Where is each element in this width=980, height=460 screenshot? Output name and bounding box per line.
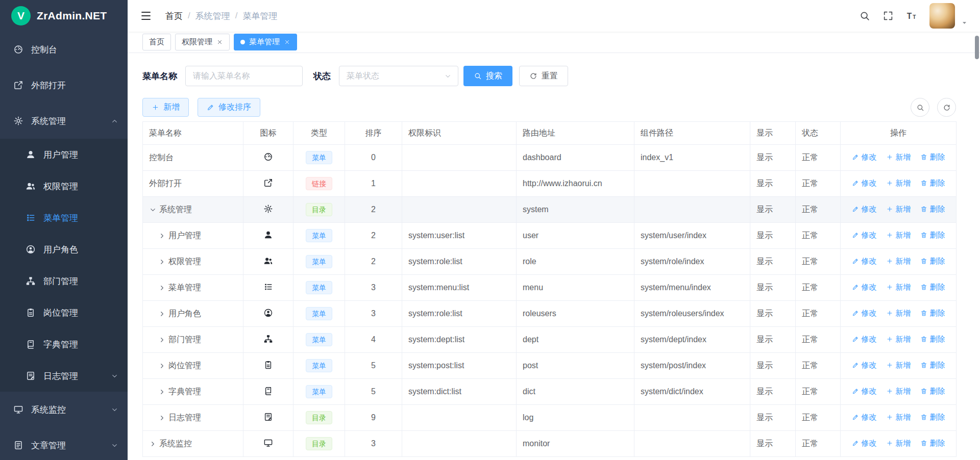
close-icon[interactable] — [216, 39, 223, 45]
add-link[interactable]: 新增 — [886, 413, 911, 422]
delete-link[interactable]: 删除 — [920, 152, 945, 162]
chevron-right-icon[interactable] — [149, 440, 157, 448]
chevron-right-icon[interactable] — [158, 232, 166, 240]
sidebar-item-article[interactable]: 文章管理 — [0, 427, 128, 460]
sidebar-item-log[interactable]: 日志管理 — [0, 360, 128, 392]
sidebar-item-dict[interactable]: 字典管理 — [0, 328, 128, 360]
delete-link[interactable]: 删除 — [920, 413, 945, 422]
delete-link[interactable]: 删除 — [920, 439, 945, 448]
sort-button[interactable]: 修改排序 — [198, 98, 260, 117]
sidebar-item-post[interactable]: 岗位管理 — [0, 297, 128, 328]
add-link[interactable]: 新增 — [886, 257, 911, 266]
search-icon[interactable] — [859, 10, 870, 21]
add-link[interactable]: 新增 — [886, 231, 911, 240]
edit-link[interactable]: 修改 — [852, 335, 877, 344]
sidebar-item-monitor[interactable]: 系统监控 — [0, 392, 128, 427]
chevron-right-icon[interactable] — [158, 310, 166, 318]
add-link[interactable]: 新增 — [886, 361, 911, 370]
tab-label: 权限管理 — [182, 37, 212, 47]
breadcrumb-item[interactable]: 系统管理 — [195, 10, 230, 22]
edit-link[interactable]: 修改 — [852, 387, 877, 396]
chevron-right-icon[interactable] — [158, 336, 166, 344]
edit-link[interactable]: 修改 — [852, 439, 877, 448]
page-scrollbar[interactable] — [975, 33, 979, 458]
delete-link[interactable]: 删除 — [920, 205, 945, 214]
sidebar-item-menu[interactable]: 菜单管理 — [0, 202, 128, 234]
add-link[interactable]: 新增 — [886, 205, 911, 214]
delete-link[interactable]: 删除 — [920, 283, 945, 292]
chevron-right-icon[interactable] — [158, 388, 166, 396]
svg-text:T: T — [913, 14, 916, 20]
scrollbar-thumb[interactable] — [975, 36, 979, 59]
tab-权限管理[interactable]: 权限管理 — [175, 34, 230, 50]
breadcrumb-item[interactable]: 菜单管理 — [242, 10, 277, 22]
sidebar-item-roleusers[interactable]: 用户角色 — [0, 234, 128, 265]
add-link[interactable]: 新增 — [886, 152, 911, 162]
cell-icon — [243, 275, 293, 301]
add-link[interactable]: 新增 — [886, 387, 911, 396]
delete-link[interactable]: 删除 — [920, 231, 945, 240]
avatar-caret-icon[interactable] — [961, 19, 968, 26]
chevron-right-icon[interactable] — [158, 258, 166, 266]
cell-operations: 修改新增删除 — [841, 249, 957, 275]
tab-菜单管理[interactable]: 菜单管理 — [234, 34, 297, 50]
chevron-right-icon[interactable] — [158, 284, 166, 292]
sidebar-item-dashboard[interactable]: 控制台 — [0, 32, 128, 67]
delete-link[interactable]: 删除 — [920, 335, 945, 344]
user-avatar[interactable] — [929, 3, 955, 29]
edit-icon — [852, 206, 859, 213]
add-link[interactable]: 新增 — [886, 178, 911, 188]
reset-button[interactable]: 重置 — [519, 66, 568, 86]
cell-order: 2 — [345, 197, 402, 223]
close-icon[interactable] — [284, 39, 290, 45]
cell-name: 用户角色 — [143, 301, 243, 327]
chevron-down-icon[interactable] — [149, 206, 157, 214]
user-role-icon — [26, 244, 36, 254]
cell-status: 正常 — [796, 249, 841, 275]
sidebar-item-label: 控制台 — [31, 44, 57, 56]
sidebar-item-user[interactable]: 用户管理 — [0, 139, 128, 170]
breadcrumb-item[interactable]: 首页 — [165, 10, 183, 22]
fullscreen-icon[interactable] — [883, 10, 894, 21]
edit-link[interactable]: 修改 — [852, 231, 877, 240]
tab-首页[interactable]: 首页 — [142, 34, 171, 50]
cell-perms: system:post:list — [402, 353, 517, 379]
delete-link[interactable]: 删除 — [920, 257, 945, 266]
logo[interactable]: V ZrAdmin.NET — [0, 0, 128, 32]
edit-link[interactable]: 修改 — [852, 152, 877, 162]
add-link[interactable]: 新增 — [886, 309, 911, 318]
add-link[interactable]: 新增 — [886, 283, 911, 292]
cell-order: 3 — [345, 431, 402, 457]
edit-link[interactable]: 修改 — [852, 361, 877, 370]
edit-link[interactable]: 修改 — [852, 413, 877, 422]
edit-link[interactable]: 修改 — [852, 178, 877, 188]
chevron-right-icon[interactable] — [158, 362, 166, 370]
search-button[interactable]: 搜索 — [463, 66, 512, 86]
sidebar-item-role[interactable]: 权限管理 — [0, 170, 128, 202]
add-link[interactable]: 新增 — [886, 439, 911, 448]
sidebar-item-external[interactable]: 外部打开 — [0, 67, 128, 103]
edit-link[interactable]: 修改 — [852, 283, 877, 292]
add-link[interactable]: 新增 — [886, 335, 911, 344]
cell-order: 5 — [345, 353, 402, 379]
menu-collapse-icon[interactable] — [140, 10, 152, 22]
table-refresh-button[interactable] — [937, 98, 956, 117]
sidebar-item-system[interactable]: 系统管理 — [0, 103, 128, 139]
edit-link[interactable]: 修改 — [852, 205, 877, 214]
font-size-icon[interactable]: TT — [906, 10, 917, 21]
menu-name-input[interactable] — [185, 66, 303, 86]
chevron-right-icon[interactable] — [158, 414, 166, 422]
edit-link[interactable]: 修改 — [852, 257, 877, 266]
table-search-button[interactable] — [911, 98, 929, 117]
delete-link[interactable]: 删除 — [920, 387, 945, 396]
sidebar-item-dept[interactable]: 部门管理 — [0, 265, 128, 297]
delete-link[interactable]: 删除 — [920, 309, 945, 318]
cell-component: system/role/index — [634, 249, 750, 275]
table-row: 外部打开链接1http://www.izhaorui.cn显示正常修改新增删除 — [143, 171, 957, 197]
status-select[interactable]: 菜单状态 — [339, 66, 458, 86]
delete-link[interactable]: 删除 — [920, 361, 945, 370]
add-button[interactable]: 新增 — [142, 98, 189, 117]
plus-icon — [886, 180, 893, 187]
edit-link[interactable]: 修改 — [852, 309, 877, 318]
delete-link[interactable]: 删除 — [920, 178, 945, 188]
